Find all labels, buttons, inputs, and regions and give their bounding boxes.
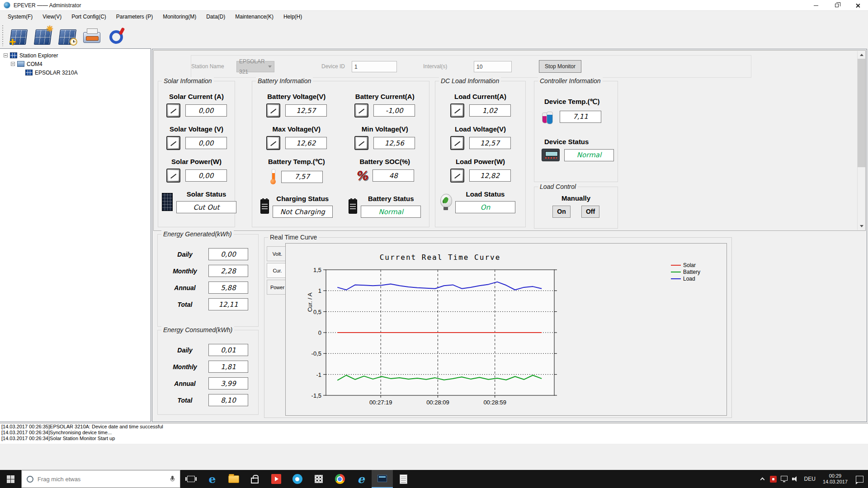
battery-soc-value: 48 — [373, 169, 414, 182]
solar-panel-icon — [162, 193, 173, 211]
apps-grid-icon[interactable] — [308, 470, 329, 488]
tree-item-epsolar-3210a[interactable]: EPSOLAR 3210A — [0, 68, 151, 77]
system-tray: DEU 00:29 14.03.2017 — [757, 470, 868, 488]
load-off-button[interactable]: Off — [581, 206, 599, 218]
gauge-icon — [266, 103, 280, 117]
collapse-icon[interactable] — [11, 62, 15, 66]
device-monitor-panel: Station Name EPSOLAR 321 Device ID Inter… — [153, 50, 866, 231]
clock-time: 00:29 — [823, 473, 848, 479]
menu-view[interactable]: View(V) — [38, 11, 66, 23]
station-schedule-icon[interactable] — [56, 25, 79, 47]
title-bar: EPEVER —— Administrator — [0, 0, 868, 11]
gen-annual-value: 5,88 — [208, 282, 248, 294]
close-icon — [855, 3, 860, 8]
con-monthly-value: 1,81 — [208, 361, 248, 373]
device-status-value: Normal — [564, 149, 614, 161]
add-station-icon[interactable]: + — [7, 25, 30, 47]
group-title: Load Control — [538, 183, 578, 190]
menu-parameters[interactable]: Parameters (P) — [111, 11, 158, 23]
taskbar-search[interactable] — [21, 470, 180, 488]
tab-power[interactable]: Power — [267, 280, 288, 295]
svg-text:-0,5: -0,5 — [311, 350, 321, 357]
blue-app-icon[interactable] — [287, 470, 308, 488]
tab-volt[interactable]: Volt. — [267, 246, 288, 261]
close-button[interactable] — [847, 0, 868, 11]
microphone-icon[interactable] — [170, 476, 175, 482]
scrollbar-thumb[interactable] — [858, 59, 865, 167]
controller-information-group: Controller Information Device Temp.(℃) 7… — [534, 81, 618, 182]
com-port-icon — [17, 61, 24, 67]
minimize-button[interactable] — [806, 0, 826, 11]
tab-current[interactable]: Cur. — [267, 263, 288, 278]
collapse-icon[interactable] — [4, 53, 8, 57]
tray-volume-icon[interactable] — [790, 470, 801, 488]
epever-app-taskbar-button[interactable] — [372, 470, 393, 488]
svg-text:Load: Load — [683, 276, 695, 282]
log-panel: [14.03.2017 00:26:35]EPSOLAR 3210A: Devi… — [0, 423, 868, 444]
power-icon[interactable] — [105, 25, 127, 47]
load-voltage-value: 12,57 — [469, 137, 511, 149]
interval-input[interactable] — [474, 61, 512, 72]
gauge-icon — [354, 103, 368, 117]
search-input[interactable] — [38, 476, 170, 483]
print-icon[interactable] — [80, 25, 103, 47]
load-status-value: On — [455, 201, 515, 213]
station-name-combo[interactable]: EPSOLAR 321 — [236, 61, 274, 72]
svg-text:1: 1 — [318, 287, 321, 294]
group-title: Controller Information — [538, 77, 603, 84]
keyboard-language[interactable]: DEU — [801, 476, 819, 482]
store-icon[interactable] — [244, 470, 265, 488]
menu-system[interactable]: System(F) — [3, 11, 38, 23]
scroll-up-button[interactable] — [858, 51, 865, 59]
dual-thermometer-icon — [542, 109, 553, 124]
tray-red-badge-icon[interactable] — [768, 470, 779, 488]
window-title: EPEVER —— Administrator — [14, 2, 81, 9]
menu-data[interactable]: Data(D) — [201, 11, 230, 23]
task-view-button[interactable] — [180, 470, 202, 488]
video-app-icon[interactable] — [265, 470, 287, 488]
menu-help[interactable]: Help(H) — [278, 11, 307, 23]
tray-network-icon[interactable] — [779, 470, 790, 488]
real-time-curve-group: Real Time Curve Volt. Cur. Power 1,510,5… — [264, 237, 732, 418]
svg-text:00:28:59: 00:28:59 — [483, 399, 506, 406]
load-on-button[interactable]: On — [552, 206, 571, 218]
device-id-input[interactable] — [352, 61, 397, 72]
load-control-group: Load Control Manually On Off — [534, 187, 618, 229]
solar-voltage-value: 0,00 — [185, 137, 227, 149]
group-title: Battery Information — [256, 77, 313, 84]
restore-button[interactable] — [826, 0, 847, 11]
tree-item-station-explorer[interactable]: Station Explorer — [0, 51, 151, 60]
energy-consumed-group: Energy Consumed(kWh) Daily0,01 Monthly1,… — [157, 330, 259, 415]
device-icon — [25, 70, 33, 75]
tree-item-com4[interactable]: COM4 — [0, 60, 151, 68]
log-line: [14.03.2017 00:26:34]Solar Station Monit… — [1, 436, 868, 441]
svg-text:-1: -1 — [316, 371, 321, 378]
gen-monthly-value: 2,28 — [208, 265, 248, 277]
vertical-scrollbar[interactable] — [857, 51, 865, 230]
notepad-icon[interactable] — [393, 470, 414, 488]
taskbar: e e DEU 00:29 14.03.2017 — [0, 470, 868, 488]
menu-monitoring[interactable]: Monitoring(M) — [158, 11, 201, 23]
epever-app-icon — [377, 475, 387, 482]
group-title: Energy Generated(kWh) — [161, 230, 234, 238]
percent-icon: % — [355, 169, 368, 183]
scroll-down-button[interactable] — [858, 222, 865, 230]
gen-total-value: 12,11 — [208, 298, 248, 310]
solar-station-icon[interactable]: ☀ — [32, 25, 54, 47]
action-center-icon[interactable] — [856, 476, 863, 483]
menu-port-config[interactable]: Port Config(C) — [66, 11, 111, 23]
device-temp-value: 7,11 — [560, 111, 601, 123]
load-current-value: 1,02 — [469, 104, 511, 117]
stop-monitor-button[interactable]: Stop Monitor — [539, 60, 581, 73]
group-title: Solar Information — [162, 77, 214, 84]
svg-text:Battery: Battery — [683, 269, 700, 275]
internet-explorer-icon[interactable]: e — [350, 470, 372, 488]
file-explorer-icon[interactable] — [223, 470, 244, 488]
start-button[interactable] — [0, 470, 21, 488]
tray-chevron-up-icon[interactable] — [757, 470, 768, 488]
chrome-icon[interactable] — [329, 470, 350, 488]
taskbar-clock[interactable]: 00:29 14.03.2017 — [819, 473, 851, 485]
con-total-value: 8,10 — [208, 394, 248, 406]
menu-maintenance[interactable]: Maintenance(K) — [230, 11, 278, 23]
edge-icon[interactable]: e — [202, 470, 223, 488]
